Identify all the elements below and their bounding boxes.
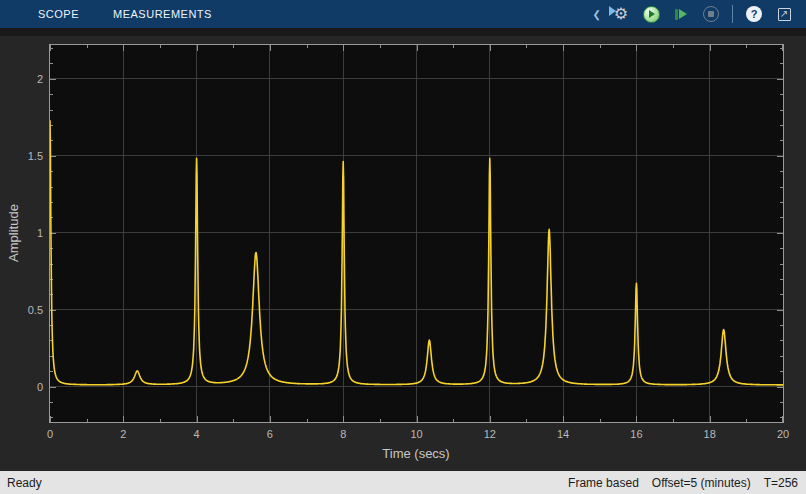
step-forward-button[interactable] [669, 2, 693, 26]
help-icon: ? [746, 6, 762, 22]
status-frame-based: Frame based [568, 476, 639, 490]
y-tick-label: 1 [3, 227, 43, 239]
x-tick-label: 16 [619, 428, 653, 440]
toolstrip: SCOPE MEASUREMENTS ❮ ⚙ ? ↗ [0, 0, 806, 28]
tab-measurements[interactable]: MEASUREMENTS [113, 0, 212, 28]
x-tick-label: 12 [473, 428, 507, 440]
x-tick-label: 6 [253, 428, 287, 440]
x-tick-label: 20 [766, 428, 800, 440]
x-tick-label: 18 [693, 428, 727, 440]
x-tick-label: 4 [180, 428, 214, 440]
flag-icon [609, 6, 616, 16]
tab-bar: SCOPE MEASUREMENTS [0, 0, 212, 28]
status-ready: Ready [0, 476, 42, 490]
run-button[interactable] [639, 2, 663, 26]
y-tick-label: 1.5 [3, 150, 43, 162]
step-forward-icon [675, 9, 687, 20]
x-tick-label: 8 [326, 428, 360, 440]
signal-trace [50, 120, 783, 385]
toolbar-divider [732, 5, 733, 23]
x-tick-label: 0 [33, 428, 67, 440]
y-tick-label: 0.5 [3, 304, 43, 316]
figure-area: Amplitude Time (secs) 024681012141618200… [0, 36, 806, 471]
collapse-toolstrip-icon[interactable]: ❮ [593, 9, 601, 20]
signal-plot [50, 45, 783, 422]
x-tick-label: 14 [546, 428, 580, 440]
plot-area[interactable] [49, 44, 784, 423]
play-icon [643, 6, 660, 23]
toolstrip-shadow [0, 28, 806, 36]
x-axis-title: Time (secs) [382, 446, 449, 461]
simulation-settings-button[interactable]: ⚙ [609, 2, 633, 26]
stop-button [699, 2, 723, 26]
help-button[interactable]: ? [742, 2, 766, 26]
x-tick-label: 10 [400, 428, 434, 440]
status-right: Frame based Offset=5 (minutes) T=256 [568, 476, 806, 490]
dock-button[interactable]: ↗ [772, 2, 796, 26]
stop-icon [703, 6, 719, 22]
toolbar-tools: ❮ ⚙ ? ↗ [593, 2, 806, 26]
y-tick-label: 0 [3, 381, 43, 393]
gear-icon: ⚙ [614, 6, 628, 22]
status-bar: Ready Frame based Offset=5 (minutes) T=2… [0, 471, 806, 494]
scope-window: SCOPE MEASUREMENTS ❮ ⚙ ? ↗ [0, 0, 806, 494]
x-tick-label: 2 [106, 428, 140, 440]
y-tick-label: 2 [3, 73, 43, 85]
status-time: T=256 [764, 476, 798, 490]
tab-scope[interactable]: SCOPE [38, 0, 79, 28]
status-offset: Offset=5 (minutes) [652, 476, 751, 490]
dock-icon: ↗ [778, 8, 791, 21]
